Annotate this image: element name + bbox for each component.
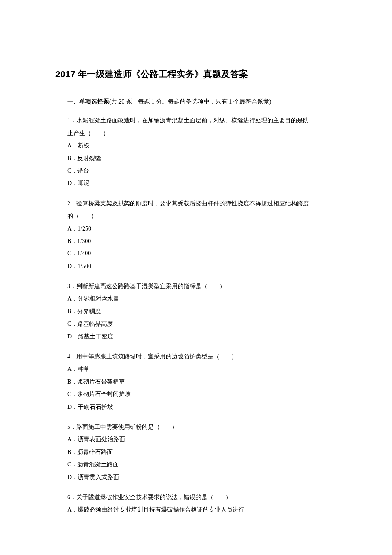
question-3: 3．判断新建高速公路路基干湿类型宜采用的指标是（ ） A．分界相对含水量 B．分…	[55, 280, 337, 343]
question-text: 4．用中等膨胀土填筑路堤时，宜采用的边坡防护类型是（ ）	[67, 350, 337, 363]
question-text: 1．水泥混凝土路面改造时，在加铺沥青混凝土面层前，对纵、横缝进行处理的主要目的是…	[67, 114, 337, 127]
question-1: 1．水泥混凝土路面改造时，在加铺沥青混凝土面层前，对纵、横缝进行处理的主要目的是…	[55, 114, 337, 189]
option-b: B．浆砌片石骨架植草	[67, 376, 337, 388]
question-text: 止产生（ ）	[67, 127, 337, 139]
option-b: B．反射裂缝	[67, 152, 337, 165]
section-label-bold: 一、单项选择题	[67, 98, 109, 105]
option-d: D．沥青贯入式路面	[67, 471, 337, 483]
question-text: 3．判断新建高速公路路基干湿类型宜采用的指标是（ ）	[67, 280, 337, 292]
option-a: A．断板	[67, 139, 337, 152]
question-text: 6．关于隧道爆破作业安全技术要求的说法，错误的是（ ）	[67, 491, 337, 503]
page-title: 2017 年一级建造师《公路工程实务》真题及答案	[55, 68, 337, 80]
question-text: 的（ ）	[67, 210, 337, 222]
question-4: 4．用中等膨胀土填筑路堤时，宜采用的边坡防护类型是（ ） A．种草 B．浆砌片石…	[55, 350, 337, 413]
option-c: C．浆砌片石全封闭护坡	[67, 388, 337, 400]
option-a: A．分界相对含水量	[67, 292, 337, 305]
question-5: 5．路面施工中需要使用矿粉的是（ ） A．沥青表面处治路面 B．沥青碎石路面 C…	[55, 421, 337, 483]
option-d: D．唧泥	[67, 177, 337, 189]
option-a: A．沥青表面处治路面	[67, 433, 337, 445]
option-d: D．路基土干密度	[67, 330, 337, 343]
question-2: 2．验算桥梁支架及拱架的刚度时，要求其受载后挠曲杆件的弹性挠度不得超过相应结构跨…	[55, 197, 337, 272]
option-c: C．路基临界高度	[67, 318, 337, 330]
section-label-rest: (共 20 题，每题 1 分。每题的备选项中，只有 1 个最符合题意)	[109, 98, 271, 105]
option-b: B．分界稠度	[67, 305, 337, 318]
option-d: D．干砌石石护坡	[67, 401, 337, 413]
question-text: 5．路面施工中需要使用矿粉的是（ ）	[67, 421, 337, 433]
option-c: C．沥青混凝土路面	[67, 458, 337, 471]
option-b: B．1/300	[67, 235, 337, 247]
question-text: 2．验算桥梁支架及拱架的刚度时，要求其受载后挠曲杆件的弹性挠度不得超过相应结构跨…	[67, 197, 337, 210]
option-a: A．爆破必须由经过专业培训且持有爆破操作合格证的专业人员进行	[67, 503, 337, 516]
option-d: D．1/500	[67, 260, 337, 272]
section-header: 一、单项选择题(共 20 题，每题 1 分。每题的备选项中，只有 1 个最符合题…	[55, 97, 337, 107]
question-6: 6．关于隧道爆破作业安全技术要求的说法，错误的是（ ） A．爆破必须由经过专业培…	[55, 491, 337, 516]
option-a: A．种草	[67, 363, 337, 375]
option-c: C．1/400	[67, 247, 337, 260]
option-b: B．沥青碎石路面	[67, 446, 337, 458]
option-c: C．错台	[67, 165, 337, 177]
option-a: A．1/250	[67, 223, 337, 235]
